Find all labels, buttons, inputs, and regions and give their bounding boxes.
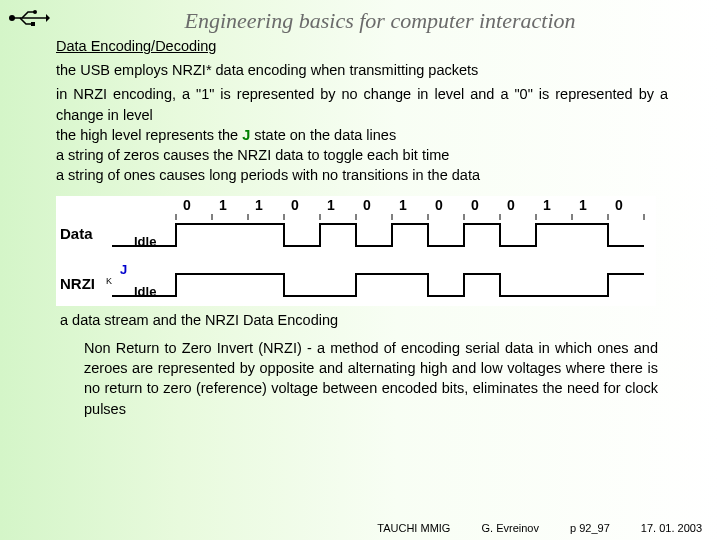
para-usb-employs: the USB employs NRZI* data encoding when…	[56, 60, 668, 80]
para-nrzi-desc: in NRZI encoding, a "1" is represented b…	[56, 84, 668, 185]
svg-rect-4	[31, 22, 35, 26]
text-encoding-desc: in NRZI encoding, a "1" is represented b…	[56, 86, 668, 122]
nrzi-row-label: NRZI	[60, 275, 95, 292]
bit-11: 1	[579, 197, 587, 213]
bit-10: 1	[543, 197, 551, 213]
bit-5: 0	[363, 197, 371, 213]
data-row-label: Data	[60, 225, 93, 242]
footer-org: TAUCHI MMIG	[377, 522, 450, 534]
bit-7: 0	[435, 197, 443, 213]
footer-page: p 92_97	[570, 522, 610, 534]
diagram-caption: a data stream and the NRZI Data Encoding	[60, 312, 668, 328]
usb-icon	[8, 8, 50, 32]
footer-date: 17. 01. 2003	[641, 522, 702, 534]
j-annotation: J	[120, 262, 127, 277]
text-zeros: a string of zeros causes the NRZI data t…	[56, 147, 449, 163]
bit-3: 0	[291, 197, 299, 213]
page-title: Engineering basics for computer interact…	[0, 0, 720, 38]
svg-marker-2	[46, 14, 50, 22]
bit-12: 0	[615, 197, 623, 213]
bit-0: 0	[183, 197, 191, 213]
bit-8: 0	[471, 197, 479, 213]
text-ones: a string of ones causes long periods wit…	[56, 167, 480, 183]
bit-9: 0	[507, 197, 515, 213]
waveform-diagram: 0 1 1 0 1 0 1 0 0 0 1 1 0 Data NRZI Idle…	[56, 196, 668, 306]
bit-6: 1	[399, 197, 407, 213]
footer: TAUCHI MMIG G. Evreinov p 92_97 17. 01. …	[349, 522, 702, 534]
text-jstate-prefix: the high level represents the	[56, 127, 242, 143]
nrzi-definition: Non Return to Zero Invert (NRZI) - a met…	[56, 338, 668, 419]
text-jstate-suffix: state on the data lines	[250, 127, 396, 143]
svg-point-3	[33, 10, 37, 14]
bit-2: 1	[255, 197, 263, 213]
content-area: Data Encoding/Decoding the USB employs N…	[0, 38, 720, 419]
footer-author: G. Evreinov	[481, 522, 538, 534]
bit-1: 1	[219, 197, 227, 213]
bit-4: 1	[327, 197, 335, 213]
svg-text:K: K	[106, 276, 112, 286]
section-heading: Data Encoding/Decoding	[56, 38, 668, 54]
